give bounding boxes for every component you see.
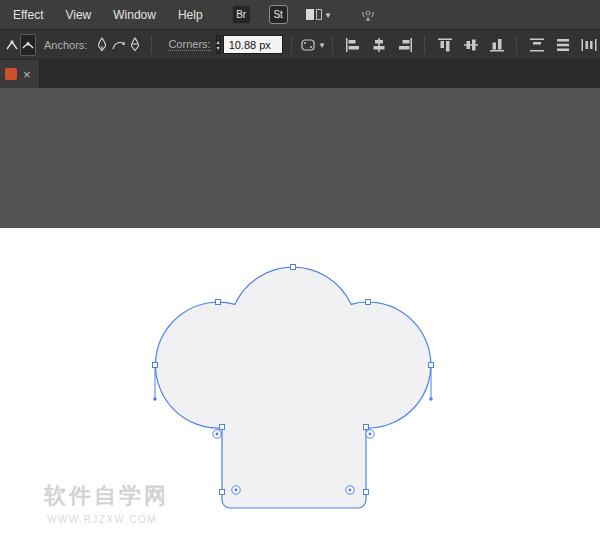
separator [424,36,425,54]
distribute-top-button[interactable] [525,34,548,56]
chevron-down-icon[interactable]: ▾ [326,10,331,20]
corners-input[interactable] [223,35,283,54]
align-top-button[interactable] [433,34,456,56]
stepper-down-icon[interactable]: ▾ [217,45,220,51]
stock-button[interactable]: St [269,5,288,24]
align-vertical-group [433,34,508,56]
workspace-outline-pane [316,9,322,20]
document-tab-bar: × [0,60,600,88]
distribute-vertical-center-button[interactable] [551,34,574,56]
pasteboard [0,88,600,228]
illustrator-window: Effect View Window Help Br St ▾ Anchors: [0,0,600,557]
align-horizontal-center-button[interactable] [367,34,390,56]
separator [151,36,152,54]
menu-effect[interactable]: Effect [2,0,54,30]
separator [516,36,517,54]
watermark-title: 软件自学网 [44,481,169,511]
distribute-group [525,34,600,56]
separator [291,36,292,54]
document-icon [5,68,17,80]
menu-view[interactable]: View [54,0,102,30]
align-bottom-button[interactable] [485,34,508,56]
chef-hat-path[interactable] [155,267,430,508]
align-left-button[interactable] [341,34,364,56]
handle-curve-icon[interactable] [110,34,127,56]
anchors-label: Anchors: [44,39,87,51]
artboard: 软件自学网 WWW.RJZXW.COM [0,228,600,557]
distribute-bottom-button[interactable] [577,34,600,56]
menu-bar: Effect View Window Help Br St ▾ [0,0,600,30]
convert-corner-anchor-icon[interactable] [4,34,20,56]
align-right-button[interactable] [393,34,416,56]
document-tab[interactable]: × [0,60,40,88]
share-icon[interactable] [360,8,376,22]
corners-label[interactable]: Corners: [168,38,210,51]
shape-properties-icon[interactable] [300,38,316,52]
remove-anchor-icon[interactable] [127,34,143,56]
add-anchor-icon[interactable] [94,34,110,56]
corners-stepper[interactable]: ▴ ▾ [216,35,221,54]
workspace-filled-pane [306,9,314,20]
menu-window[interactable]: Window [102,0,167,30]
separator [332,36,333,54]
control-bar: Anchors: Corners: ▴ ▾ ▾ [0,30,600,60]
close-tab-icon[interactable]: × [23,68,31,81]
watermark-url: WWW.RJZXW.COM [47,514,169,525]
workspace-switcher-icon[interactable] [306,9,322,20]
watermark: 软件自学网 WWW.RJZXW.COM [44,481,169,525]
bridge-button[interactable]: Br [232,5,251,24]
align-horizontal-group [341,34,416,56]
convert-smooth-anchor-icon[interactable] [20,34,36,56]
menu-help[interactable]: Help [167,0,214,30]
align-vertical-center-button[interactable] [459,34,482,56]
chevron-down-icon[interactable]: ▾ [320,40,325,50]
